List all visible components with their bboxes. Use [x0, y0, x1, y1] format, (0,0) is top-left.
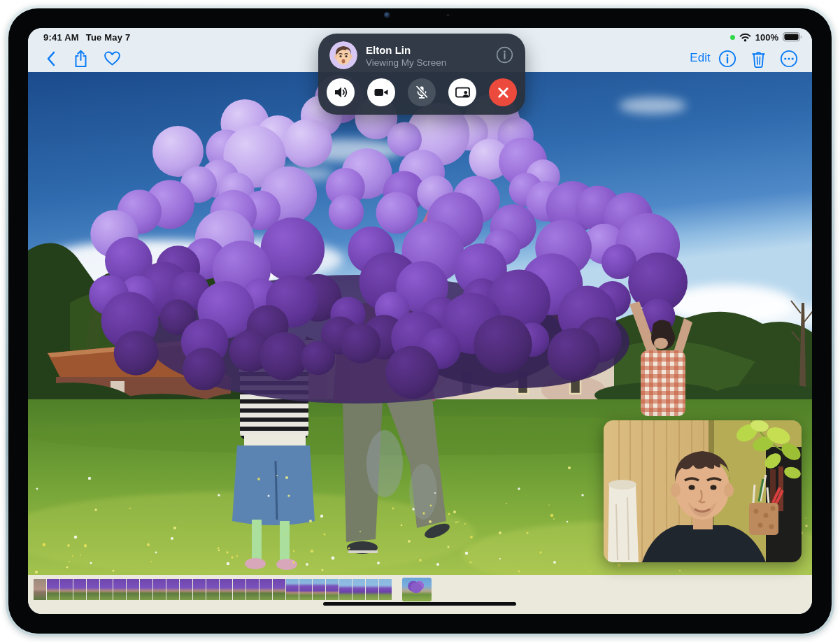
- filmstrip-thumbnail[interactable]: [87, 579, 99, 600]
- filmstrip-thumbnail[interactable]: [326, 579, 339, 600]
- page: Elton Lin Viewing My Screen: [0, 0, 840, 642]
- mic-muted-icon: [414, 85, 429, 100]
- camera-button[interactable]: [367, 78, 395, 106]
- filmstrip-thumbnail[interactable]: [73, 579, 86, 600]
- call-controls: [318, 78, 525, 106]
- call-info-button[interactable]: [494, 45, 514, 64]
- video-camera-icon: [373, 85, 389, 100]
- trash-icon: [750, 50, 767, 69]
- mic-dot: [447, 14, 449, 16]
- filmstrip-thumbnail[interactable]: [140, 579, 152, 600]
- back-button[interactable]: [40, 49, 61, 69]
- battery-percent: 100%: [755, 32, 778, 43]
- speaker-button[interactable]: [327, 78, 355, 106]
- photo-bottom-band: [28, 575, 812, 614]
- caller-name: Elton Lin: [366, 44, 411, 56]
- filmstrip-selected-thumbnail[interactable]: [402, 578, 432, 601]
- favorite-button[interactable]: [101, 49, 122, 69]
- filmstrip-thumbnail[interactable]: [366, 579, 378, 600]
- filmstrip-thumbnail[interactable]: [193, 579, 206, 600]
- filmstrip-thumbnail[interactable]: [34, 579, 46, 600]
- filmstrip-thumbnail[interactable]: [113, 579, 126, 600]
- filmstrip-thumbnail[interactable]: [313, 579, 325, 600]
- filmstrip-thumbnail[interactable]: [299, 579, 312, 600]
- filmstrip-thumbnail[interactable]: [47, 579, 59, 600]
- filmstrip-thumbnail[interactable]: [206, 579, 219, 600]
- share-screen-button[interactable]: [448, 78, 476, 106]
- front-camera: [384, 12, 390, 18]
- status-time-date: 9:41 AMTue May 7: [43, 32, 130, 43]
- filmstrip-thumbnail[interactable]: [273, 579, 285, 600]
- heart-icon: [104, 51, 121, 66]
- filmstrip-thumbnail[interactable]: [166, 579, 179, 600]
- screen: Elton Lin Viewing My Screen: [28, 28, 812, 614]
- filmstrip-thumbnail[interactable]: [153, 579, 166, 600]
- caller-memoji-avatar: [329, 41, 357, 69]
- facetime-call-banner: Elton Lin Viewing My Screen: [318, 34, 525, 115]
- filmstrip-thumbnail[interactable]: [379, 579, 392, 600]
- wifi-icon: [739, 33, 751, 42]
- share-button[interactable]: [70, 49, 91, 69]
- call-status-text: Viewing My Screen: [366, 57, 446, 68]
- status-date: Tue May 7: [86, 32, 131, 43]
- status-time: 9:41 AM: [43, 32, 79, 43]
- home-indicator[interactable]: [323, 602, 516, 606]
- filmstrip-thumbnail[interactable]: [246, 579, 259, 600]
- end-call-button[interactable]: [489, 78, 517, 106]
- filmstrip-thumbnail[interactable]: [220, 579, 232, 600]
- speaker-icon: [333, 85, 348, 100]
- facetime-self-view-pip[interactable]: [604, 420, 802, 562]
- end-call-x-icon: [497, 87, 509, 99]
- filmstrip-thumbnail[interactable]: [353, 579, 365, 600]
- filmstrip-thumbnail[interactable]: [233, 579, 245, 600]
- filmstrip-thumbnail[interactable]: [286, 579, 299, 600]
- filmstrip-thumbnail[interactable]: [339, 579, 352, 600]
- share-icon: [73, 50, 88, 69]
- delete-button[interactable]: [748, 49, 769, 69]
- camera-in-use-dot: [730, 35, 735, 40]
- chevron-left-icon: [46, 51, 55, 66]
- ipad-device-frame: Elton Lin Viewing My Screen: [6, 6, 834, 636]
- photo-info-button[interactable]: [717, 49, 738, 69]
- filmstrip-thumbnail[interactable]: [127, 579, 139, 600]
- filmstrip-thumbnail[interactable]: [60, 579, 73, 600]
- share-screen-icon: [455, 85, 471, 100]
- mic-mute-button[interactable]: [408, 78, 436, 106]
- filmstrip: [34, 579, 392, 600]
- filmstrip-thumbnail[interactable]: [100, 579, 113, 600]
- ellipsis-circle-icon: [780, 50, 798, 68]
- more-options-button[interactable]: [778, 49, 799, 69]
- edit-button[interactable]: Edit: [684, 51, 716, 65]
- info-icon: [496, 46, 513, 64]
- info-circle-icon: [718, 50, 736, 68]
- battery-icon: [783, 32, 802, 42]
- filmstrip-thumbnail[interactable]: [259, 579, 272, 600]
- filmstrip-thumbnail[interactable]: [180, 579, 192, 600]
- ipad-bezel: Elton Lin Viewing My Screen: [8, 8, 832, 634]
